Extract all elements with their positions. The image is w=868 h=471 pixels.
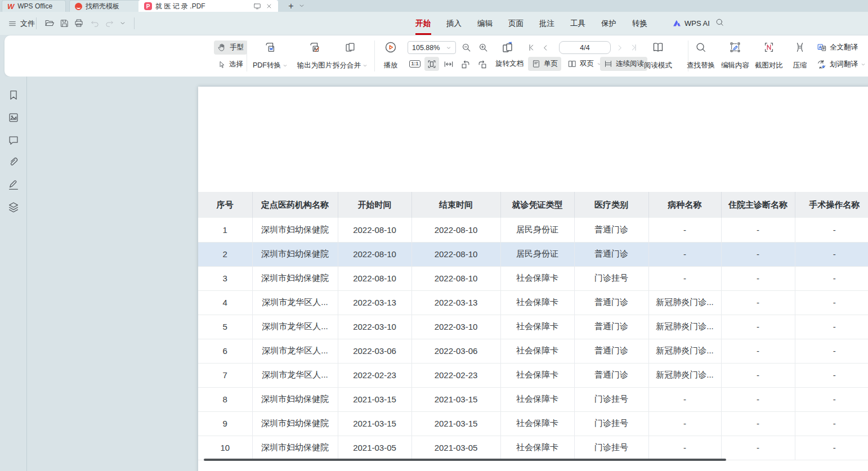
undo-button[interactable] (88, 16, 101, 30)
table-cell: 社会保障卡 (500, 315, 574, 339)
read-mode-label: 阅读模式 (644, 61, 672, 70)
menu-item-tools[interactable]: 工具 (562, 12, 593, 35)
read-mode-button[interactable]: 阅读模式 (639, 40, 677, 72)
cast-screen-icon[interactable] (253, 2, 261, 10)
table-cell: 门诊挂号 (574, 411, 648, 436)
tab-document[interactable]: P 就 医 记 录 .PDF (138, 0, 278, 12)
next-page-button[interactable] (614, 41, 626, 55)
play-icon (384, 40, 397, 55)
menu-search-icon[interactable] (715, 17, 724, 27)
menu-item-comment[interactable]: 批注 (531, 12, 562, 35)
compress-button[interactable]: 压缩 (787, 40, 813, 72)
table-cell: 4 (198, 290, 252, 315)
table-cell: - (795, 387, 868, 411)
zoom-out-button[interactable] (459, 41, 473, 55)
pdf-convert-button[interactable]: PDF转换 (249, 40, 292, 72)
table-cell: 2021-03-05 (411, 436, 500, 460)
actual-size-button[interactable]: 1:1 (408, 57, 422, 71)
table-cell: 社会保障卡 (500, 290, 574, 315)
full-translate-button[interactable]: 全文翻译 (813, 41, 861, 55)
split-merge-button[interactable]: 拆分合并 (329, 40, 372, 72)
page-indicator-input[interactable]: 4/4 (559, 41, 611, 54)
screenshot-compare-label: 截图对比 (755, 61, 783, 70)
find-replace-button[interactable]: 查找替换 (682, 40, 719, 72)
rotate-right-icon (477, 59, 488, 70)
table-cell: 6 (198, 339, 252, 363)
screenshot-compare-button[interactable]: 截图对比 (752, 40, 786, 72)
table-cell: 深圳市妇幼保健院 (252, 218, 338, 242)
table-cell: 2022-08-10 (338, 266, 411, 290)
quick-access-chevron-button[interactable] (116, 16, 129, 30)
new-tab-button[interactable]: + (285, 0, 297, 12)
fit-width-button[interactable] (441, 57, 456, 71)
table-cell: - (648, 436, 721, 460)
continuous-read-icon (603, 59, 613, 69)
table-cell: 门诊挂号 (574, 387, 648, 411)
fit-page-button[interactable] (424, 57, 439, 71)
table-cell: 2022-08-10 (338, 242, 411, 266)
word-translate-button[interactable]: 划词翻译 (813, 57, 868, 71)
word-translate-icon (816, 59, 827, 70)
export-image-label: 输出为图片 (297, 61, 333, 70)
prev-page-button[interactable] (539, 41, 552, 55)
zoom-select[interactable]: 105.88% (408, 41, 456, 54)
table-cell: - (795, 290, 868, 315)
wps-ai-button[interactable]: WPS AI (672, 12, 710, 35)
thumbnail-panel-icon[interactable] (7, 111, 20, 124)
table-cell: 2022-03-06 (338, 339, 411, 363)
compress-label: 压缩 (793, 61, 807, 70)
tab-wps-office[interactable]: W WPS Office (2, 0, 66, 12)
open-file-button[interactable] (43, 16, 56, 30)
rotate-document-button[interactable]: 旋转文档 (492, 57, 527, 71)
edit-content-label: 编辑内容 (721, 61, 749, 70)
attachment-icon[interactable] (7, 156, 20, 169)
replace-pages-button[interactable] (499, 40, 516, 54)
table-cell: 普通门诊 (574, 363, 648, 387)
file-menu-button[interactable]: 文件 (5, 12, 38, 35)
first-page-button[interactable] (525, 41, 537, 55)
layers-icon[interactable] (7, 201, 20, 213)
rotate-left-button[interactable] (458, 57, 473, 71)
menu-item-insert[interactable]: 插入 (439, 12, 469, 35)
table-cell: 10 (198, 436, 252, 460)
print-button[interactable] (72, 16, 86, 30)
table-header-cell: 手术操作名称 (795, 192, 868, 218)
bookmark-icon[interactable] (7, 89, 20, 101)
single-page-button[interactable]: 单页 (528, 57, 561, 71)
wps-ai-label: WPS AI (684, 19, 710, 28)
tab-docer[interactable]: 找稻壳模板 (69, 0, 142, 12)
menu-item-edit[interactable]: 编辑 (469, 12, 500, 35)
hand-tool-button[interactable]: 手型 (214, 41, 247, 55)
play-button[interactable]: 播放 (378, 40, 404, 72)
table-row: 8深圳市妇幼保健院2021-03-152021-03-15社会保障卡门诊挂号--… (198, 387, 868, 411)
edit-content-icon (729, 40, 741, 55)
tab-list-chevron-icon[interactable] (298, 2, 305, 10)
rotate-right-button[interactable] (475, 57, 490, 71)
edit-content-button[interactable]: 编辑内容 (717, 40, 754, 72)
last-page-button[interactable] (628, 41, 640, 55)
menu-item-protect[interactable]: 保护 (593, 12, 624, 35)
close-tab-icon[interactable] (266, 3, 272, 10)
redo-button[interactable] (102, 16, 116, 30)
table-row: 1深圳市妇幼保健院2022-08-102022-08-10居民身份证普通门诊--… (198, 218, 868, 242)
zoom-out-icon (461, 42, 472, 53)
wps-ai-logo-icon (672, 19, 682, 28)
wps-office-window: W WPS Office 找稻壳模板 P 就 医 记 录 .PDF + 文件 (0, 0, 868, 471)
menu-item-page[interactable]: 页面 (500, 12, 531, 35)
signature-icon[interactable] (7, 179, 20, 191)
save-button[interactable] (57, 16, 71, 30)
single-page-label: 单页 (544, 59, 558, 69)
comment-panel-icon[interactable] (7, 134, 20, 146)
zoom-in-button[interactable] (476, 41, 490, 55)
table-header-cell: 序号 (198, 192, 252, 218)
table-cell: 2021-03-15 (411, 411, 500, 436)
embedded-horizontal-scrollbar[interactable] (204, 459, 726, 461)
table-cell: - (721, 218, 795, 242)
menu-item-home[interactable]: 开始 (408, 12, 439, 35)
first-page-icon (527, 43, 535, 52)
menu-item-convert[interactable]: 转换 (624, 12, 655, 35)
double-page-button[interactable]: 双页 (564, 57, 605, 71)
select-tool-button[interactable]: 选择 (214, 57, 247, 71)
table-cell: - (721, 290, 795, 315)
table-row: 3深圳市妇幼保健院2022-08-102022-08-10社会保障卡门诊挂号--… (198, 266, 868, 290)
